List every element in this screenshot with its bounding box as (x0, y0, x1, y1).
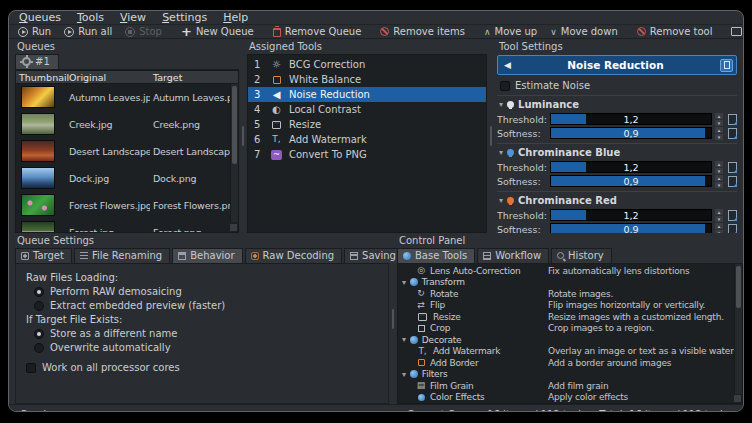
threshold-spinbuttons[interactable]: ▴▾ (715, 113, 723, 125)
radio-option[interactable]: Overwrite automatically (34, 342, 388, 353)
column-thumbnail[interactable]: Thumbnail (16, 72, 66, 83)
menu-tools[interactable]: Tools (77, 11, 104, 24)
radio-button[interactable] (34, 287, 44, 297)
queue-item-row[interactable]: Creek.jpg Creek.png (16, 111, 238, 138)
assigned-tool-convert-to-png[interactable]: 7 ~ Convert To PNG (248, 147, 486, 162)
remove-queue-button[interactable]: Remove Queue (273, 26, 362, 37)
threshold-spinbuttons[interactable]: ▴▾ (715, 161, 723, 173)
queue-item-row[interactable]: Forest.jpg Forest.png (16, 219, 238, 233)
queue-item-row[interactable]: Dock.jpg Dock.png (16, 165, 238, 192)
assigned-tool-white-balance[interactable]: 2 White Balance (248, 72, 486, 87)
tree-item-lens-auto-correction[interactable]: ◎ Lens Auto-Correction Fix automatically… (398, 265, 742, 277)
menu-settings[interactable]: Settings (162, 11, 207, 24)
radio-button[interactable] (34, 343, 44, 353)
processor-cores-checkbox[interactable] (26, 363, 36, 373)
softness-spinbuttons[interactable]: ▴▾ (715, 223, 723, 233)
tree-item-transform[interactable]: ▾ Transform (398, 277, 742, 289)
radio-option[interactable]: Store as a different name (34, 328, 388, 339)
splitter[interactable] (239, 39, 247, 233)
tree-item-rotate[interactable]: ↻ Rotate Rotate images. (398, 288, 742, 300)
assigned-tool-local-contrast[interactable]: 4 ◐ Local Contrast (248, 102, 486, 117)
tree-item-crop[interactable]: Crop Crop images to a region. (398, 323, 742, 335)
stop-button[interactable]: Stop (125, 26, 162, 37)
move-down-button[interactable]: ∨Move down (550, 26, 618, 37)
reset-icon[interactable] (728, 162, 737, 173)
run-button[interactable]: Run (18, 26, 51, 37)
assigned-tool-resize[interactable]: 5 Resize (248, 117, 486, 132)
softness-slider[interactable]: 0,9 (550, 127, 712, 139)
softness-slider[interactable]: 0,9 (550, 223, 712, 233)
section-header[interactable]: ▾ Chrominance Blue (499, 147, 737, 158)
reset-icon[interactable] (728, 114, 737, 125)
assigned-tool-noise-reduction[interactable]: 3 ◀ Noise Reduction (248, 87, 486, 102)
collapse-arrow-icon[interactable]: ▾ (499, 196, 503, 205)
reset-icon[interactable] (728, 176, 737, 187)
menu-help[interactable]: Help (223, 11, 248, 24)
assigned-tool-bcg-correction[interactable]: 1 ☼ BCG Correction (248, 57, 486, 72)
threshold-slider[interactable]: 1,2 (550, 113, 712, 125)
tree-item-filters[interactable]: ▾ Filters (398, 369, 742, 381)
new-queue-button[interactable]: +New Queue (181, 26, 254, 37)
threshold-slider[interactable]: 1,2 (550, 209, 712, 221)
section-header[interactable]: ▾ Chrominance Red (499, 195, 737, 206)
collapse-arrow-icon[interactable]: ▾ (499, 100, 503, 109)
radio-button[interactable] (34, 329, 44, 339)
column-target[interactable]: Target (150, 72, 238, 83)
expand-arrow-icon[interactable]: ▾ (402, 370, 406, 379)
remove-items-button[interactable]: Remove items (380, 26, 465, 37)
tree-item-resize[interactable]: Resize Resize images with a customized l… (398, 311, 742, 323)
tree-scrollbar-thumb[interactable] (736, 266, 741, 308)
reset-icon[interactable] (728, 210, 737, 221)
reset-icon[interactable] (728, 128, 737, 139)
queue-tab-1[interactable]: #1 (15, 54, 59, 69)
table-config-button[interactable] (229, 223, 238, 232)
processor-cores-row[interactable]: Work on all processor cores (26, 362, 388, 373)
queues-scrollbar[interactable] (230, 84, 238, 222)
move-up-button[interactable]: ∧Move up (484, 26, 537, 37)
radio-option[interactable]: Extract embedded preview (faster) (34, 300, 388, 311)
softness-spinbuttons[interactable]: ▴▾ (715, 175, 723, 187)
tab-file-renaming[interactable]: File Renaming (74, 248, 170, 263)
menu-view[interactable]: View (120, 11, 146, 24)
tab-raw-decoding[interactable]: Raw Decoding (245, 248, 343, 263)
tab-target[interactable]: Target (15, 248, 72, 263)
tab-history[interactable]: History (551, 248, 612, 263)
run-all-button[interactable]: Run all (64, 26, 112, 37)
tree-item-decorate[interactable]: ▾ Decorate (398, 334, 742, 346)
splitter[interactable] (487, 39, 495, 233)
softness-spinbuttons[interactable]: ▴▾ (715, 127, 723, 139)
tree-item-color-effects[interactable]: Color Effects Apply color effects (398, 392, 742, 404)
queue-item-row[interactable]: Forest Flowers.jpg Forest Flowers.png (16, 192, 238, 219)
section-header[interactable]: ▾ Luminance (499, 99, 737, 110)
tree-item-add-border[interactable]: Add Border Add a border around images (398, 357, 742, 369)
remove-tool-button[interactable]: Remove tool (637, 26, 713, 37)
softness-slider[interactable]: 0,9 (550, 175, 712, 187)
tree-scroll-down-button[interactable] (733, 394, 742, 403)
assigned-tool-add-watermark[interactable]: 6 T, Add Watermark (248, 132, 486, 147)
radio-option[interactable]: Perform RAW demosaicing (34, 286, 388, 297)
queue-item-row[interactable]: Autumn Leaves.jpg Autumn Leaves.png (16, 84, 238, 111)
tree-item-film-grain[interactable]: ▤ Film Grain Add film grain (398, 380, 742, 392)
tab-workflow[interactable]: Workflow (477, 248, 549, 263)
expand-arrow-icon[interactable]: ▾ (402, 335, 406, 344)
threshold-slider[interactable]: 1,2 (550, 161, 712, 173)
queue-item-row[interactable]: Desert Landscape.jpg Desert Landscape.pn… (16, 138, 238, 165)
splitter[interactable] (389, 233, 397, 404)
fullscreen-button[interactable]: Plein écran (731, 26, 744, 37)
menu-queues[interactable]: Queues (19, 11, 61, 24)
queues-scrollbar-thumb[interactable] (232, 86, 237, 164)
collapse-arrow-icon[interactable]: ▾ (499, 148, 503, 157)
tree-scrollbar[interactable] (734, 264, 742, 394)
reset-icon[interactable] (728, 224, 737, 234)
table-header[interactable]: Thumbnail Original Target (16, 71, 238, 84)
tree-item-flip[interactable]: ⇄ Flip Flip images horizontally or verti… (398, 300, 742, 312)
tab-behavior[interactable]: Behavior (172, 248, 242, 263)
threshold-spinbuttons[interactable]: ▴▾ (715, 209, 723, 221)
estimate-noise-checkbox[interactable] (500, 81, 510, 91)
column-original[interactable]: Original (66, 72, 150, 83)
expand-arrow-icon[interactable]: ▾ (402, 278, 406, 287)
tab-base-tools[interactable]: Base Tools (397, 248, 475, 263)
radio-button[interactable] (34, 301, 44, 311)
tool-help-button[interactable] (720, 59, 733, 72)
tree-item-add-watermark[interactable]: T, Add Watermark Overlay an image or tex… (398, 346, 742, 358)
